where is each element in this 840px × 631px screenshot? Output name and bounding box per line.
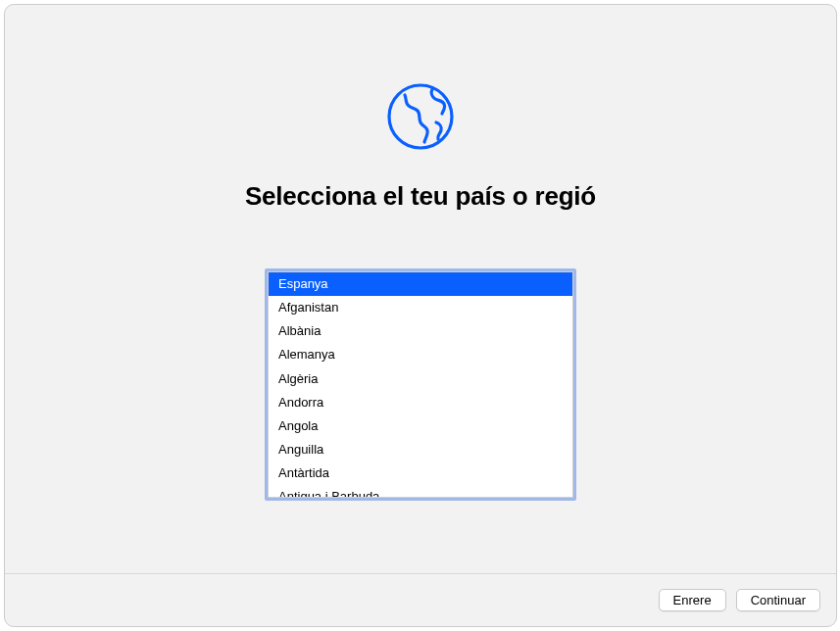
page-title: Selecciona el teu país o regió (245, 181, 596, 212)
list-item[interactable]: Alemanya (269, 343, 572, 366)
continue-button[interactable]: Continuar (736, 589, 820, 611)
list-item[interactable]: Anguilla (269, 438, 572, 461)
list-item[interactable]: Algèria (269, 367, 572, 391)
list-item[interactable]: Angola (269, 414, 572, 438)
main-content: Selecciona el teu país o regió EspanyaAf… (5, 5, 836, 573)
setup-window: Selecciona el teu país o regió EspanyaAf… (4, 4, 837, 627)
list-item[interactable]: Antàrtida (269, 461, 572, 485)
list-item[interactable]: Andorra (269, 391, 572, 414)
globe-icon (385, 81, 456, 152)
list-item[interactable]: Afganistan (269, 296, 572, 319)
list-item[interactable]: Espanya (269, 272, 572, 296)
list-item[interactable]: Antigua i Barbuda (269, 485, 572, 498)
back-button[interactable]: Enrere (659, 589, 726, 611)
footer-bar: Enrere Continuar (5, 573, 836, 626)
list-item[interactable]: Albània (269, 319, 572, 343)
country-list[interactable]: EspanyaAfganistanAlbàniaAlemanyaAlgèriaA… (265, 268, 576, 501)
country-list-scroll[interactable]: EspanyaAfganistanAlbàniaAlemanyaAlgèriaA… (268, 271, 573, 498)
